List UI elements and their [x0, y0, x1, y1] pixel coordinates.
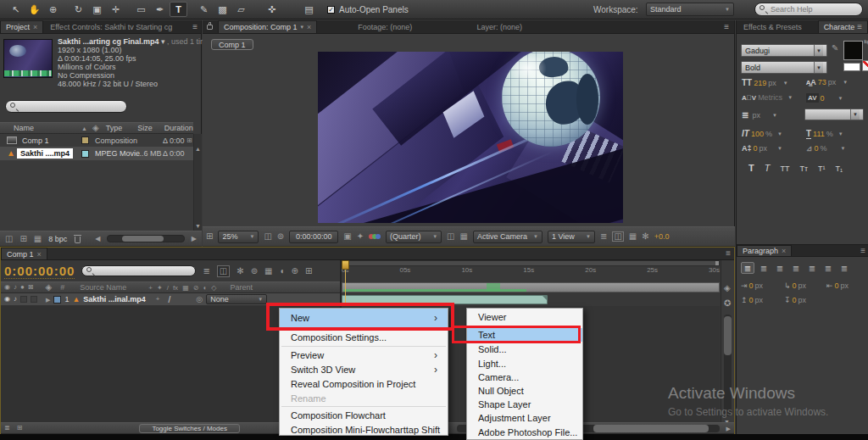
project-search-input[interactable]	[21, 103, 122, 111]
workspace-dropdown[interactable]: Standard ▼	[646, 3, 734, 16]
brush-tool[interactable]: ✎	[195, 2, 213, 17]
no-stroke-swatch[interactable]	[862, 60, 868, 71]
scroll-down-icon[interactable]: ▼	[195, 223, 201, 229]
align-left-button[interactable]: ≣	[741, 262, 754, 274]
hide-shy-layers-icon[interactable]: ✻	[236, 267, 243, 276]
panel-menu-icon[interactable]: ≡	[857, 23, 862, 31]
comp-nav-chip[interactable]: Comp 1	[211, 39, 253, 50]
submenu-item-viewer[interactable]: Viewer	[467, 309, 582, 326]
view-layout-dropdown[interactable]: 1 View▼	[548, 231, 595, 243]
project-search-box[interactable]	[5, 100, 127, 113]
justify-last-left-button[interactable]: ≣	[789, 262, 803, 274]
submenu-item-photoshop-file[interactable]: Adobe Photoshop File...	[467, 425, 582, 439]
label-chip[interactable]	[81, 150, 89, 158]
eyedropper-icon[interactable]: ✎	[832, 44, 838, 53]
new-folder-icon[interactable]: ⊞	[19, 235, 26, 243]
scroll-right-icon[interactable]: ▶	[726, 426, 731, 432]
scroll-left-icon[interactable]: ◀	[95, 236, 100, 242]
stroke-width-field[interactable]: ≣ px ▼	[742, 110, 777, 120]
quality-switch[interactable]: +	[156, 296, 160, 303]
tab-character[interactable]: Characte ≡	[818, 20, 868, 33]
tab-project[interactable]: Project ×	[0, 20, 43, 33]
menu-item-new[interactable]: New ›	[280, 309, 448, 327]
label-chip[interactable]	[81, 136, 89, 144]
menu-item-switch-3d-view[interactable]: Switch 3D View ›	[280, 362, 448, 376]
submenu-item-text[interactable]: Text	[467, 328, 582, 342]
submenu-item-null-object[interactable]: Null Object	[467, 384, 582, 398]
snapshot-icon[interactable]: ▣	[343, 232, 351, 241]
help-search-box[interactable]	[754, 3, 863, 16]
frame-blending-icon[interactable]: ⊚	[251, 267, 258, 276]
close-icon[interactable]: ×	[33, 23, 37, 31]
menu-item-composition-settings[interactable]: Composition Settings...	[280, 330, 448, 345]
zoom-tool[interactable]: ⊕	[44, 2, 62, 17]
camera-view-dropdown[interactable]: Active Camera▼	[473, 231, 542, 243]
tsume-field[interactable]: ⊿ 0% ▼	[806, 144, 846, 153]
time-ruler[interactable]: 0s 05s 10s 15s 20s 25s 30s	[342, 266, 720, 281]
stretch-switch[interactable]: /	[169, 295, 171, 304]
font-style-dropdown[interactable]: Bold▼	[741, 61, 827, 74]
column-type[interactable]: Type	[106, 124, 123, 132]
show-channel-icon[interactable]	[369, 234, 381, 239]
panel-menu-icon[interactable]: ≡	[724, 23, 729, 31]
rotation-tool[interactable]: ↻	[70, 2, 87, 17]
source-name-column[interactable]: Source Name	[80, 283, 126, 292]
reset-exposure-icon[interactable]: ✻	[642, 232, 648, 241]
close-icon[interactable]: ×	[782, 247, 786, 255]
interpret-footage-icon[interactable]: ◫	[5, 235, 13, 243]
timeline-search-input[interactable]	[97, 267, 191, 276]
superscript-button[interactable]: T¹	[818, 164, 826, 173]
always-preview-icon[interactable]: ⊞	[206, 232, 213, 241]
horizontal-scale-field[interactable]: T 111% ▼	[806, 129, 843, 139]
stroke-style-dropdown[interactable]: ▼	[804, 109, 864, 120]
trash-icon[interactable]	[74, 235, 81, 243]
toggle-switches-modes-button[interactable]: Toggle Switches / Modes	[139, 424, 240, 433]
fill-color-swatch[interactable]	[843, 41, 863, 60]
brainstorm-icon[interactable]: ◖	[279, 267, 284, 276]
align-right-button[interactable]: ≣	[773, 262, 787, 274]
scroll-up-icon[interactable]: ▲	[195, 146, 201, 152]
comp-shield-icon[interactable]: ◈	[724, 284, 731, 292]
pixel-aspect-icon[interactable]: ≣	[600, 232, 607, 241]
justify-all-button[interactable]: ≣	[837, 262, 851, 274]
justify-last-right-button[interactable]: ≣	[821, 262, 835, 274]
magnification-dropdown[interactable]: 25%▼	[218, 231, 259, 243]
submenu-item-adjustment-layer[interactable]: Adjustment Layer	[467, 411, 582, 425]
font-size-field[interactable]: TT 219px ▼	[742, 78, 788, 87]
menu-item-reveal-composition[interactable]: Reveal Composition in Project	[280, 376, 448, 391]
parent-dropdown[interactable]: None▼	[206, 294, 267, 304]
pen-tool[interactable]: ✒	[151, 2, 169, 17]
indent-left-field[interactable]: ⇥ 0px	[741, 281, 763, 290]
baseline-shift-field[interactable]: A‡ 0px ▼	[742, 144, 782, 153]
kerning-field[interactable]: A⃕V Metrics ▼	[742, 93, 793, 102]
current-time-field[interactable]: 0:00:00:00	[4, 264, 75, 279]
project-row-comp1[interactable]: Comp 1 Composition Δ 0:00 ⊞	[0, 134, 193, 147]
transparency-grid-icon[interactable]: ▦	[460, 232, 468, 241]
video-toggle[interactable]: ◉	[4, 296, 10, 303]
layer-row-1[interactable]: ◉ ♪ ▶ 1 ▲ Sakthi ...inal.mp4 + / ◎ None▼	[1, 293, 340, 306]
workspace-panel-icon[interactable]: ▤	[300, 2, 318, 17]
tab-effects-presets[interactable]: Effects & Presets	[737, 23, 809, 31]
eraser-tool[interactable]: ▱	[232, 2, 250, 17]
space-before-field[interactable]: ↥ 0px	[741, 296, 763, 304]
column-duration[interactable]: Duration	[164, 124, 193, 132]
expand-arrow-icon[interactable]: ▶	[46, 297, 50, 303]
faux-italic-button[interactable]: T	[765, 163, 771, 173]
safe-areas-icon[interactable]: ◫	[264, 232, 271, 241]
align-center-button[interactable]: ≣	[757, 262, 771, 274]
help-search-input[interactable]	[771, 5, 858, 14]
close-icon[interactable]: ×	[307, 23, 311, 31]
tracking-field[interactable]: AV 0 ▼	[806, 93, 843, 103]
timeline-button-icon[interactable]: ◫	[612, 231, 623, 242]
timeline-tab-comp1[interactable]: Comp 1 ×	[1, 248, 47, 259]
justify-last-center-button[interactable]: ≣	[805, 262, 819, 274]
panel-menu-icon[interactable]: ≡	[860, 247, 865, 255]
indent-right-field[interactable]: ⇤ 0px	[826, 281, 849, 290]
draft-3d-icon[interactable]: ◫	[217, 265, 230, 277]
stroke-color-swatch[interactable]	[843, 63, 860, 71]
work-area-bar[interactable]	[342, 282, 720, 292]
project-row-footage[interactable]: ▲ Sakthi ....mp4 MPEG Movie ...6 MB Δ 0:…	[0, 147, 193, 160]
comp-marker-bin-icon[interactable]: ≣	[4, 425, 10, 432]
tab-layer[interactable]: Layer: (none)	[470, 23, 529, 31]
clone-stamp-tool[interactable]: ▩	[214, 2, 231, 17]
